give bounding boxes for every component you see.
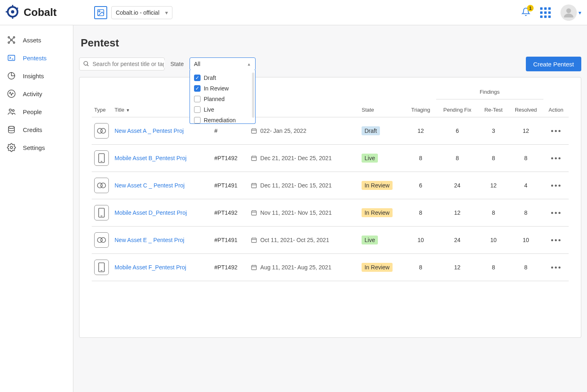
- toolbar: State All ▲ Draft In Review: [79, 57, 581, 71]
- resolved-count: 8: [508, 145, 543, 172]
- triaging-count: 12: [405, 117, 436, 145]
- sidebar-item-label: Pentests: [23, 55, 46, 62]
- pentest-id: #PT1492: [212, 199, 248, 227]
- mobile-icon: [94, 205, 109, 220]
- svg-rect-28: [252, 129, 256, 133]
- svg-point-39: [101, 183, 106, 188]
- resolved-count: 12: [508, 117, 543, 145]
- col-findings-group: Findings: [436, 81, 543, 99]
- pentest-id: #PT1492: [212, 145, 248, 172]
- state-dropdown: Draft In Review Planned Live: [190, 70, 256, 124]
- sidebar-item-insights[interactable]: Insights: [0, 67, 73, 85]
- search-input[interactable]: [79, 57, 165, 70]
- table-row: New Asset E _ Pentest Proj #PT1491 Oct 1…: [92, 227, 569, 254]
- col-state: State: [359, 81, 405, 117]
- sidebar-item-assets[interactable]: Assets: [0, 31, 73, 49]
- svg-point-19: [8, 90, 15, 97]
- state-option-live[interactable]: Live: [190, 104, 255, 115]
- retest-count: 12: [479, 172, 508, 199]
- org-select[interactable]: Cobalt.io - official ▾: [111, 6, 172, 19]
- state-option-draft[interactable]: Draft: [190, 73, 255, 83]
- web-icon: [94, 123, 109, 139]
- resolved-count: 8: [508, 254, 543, 281]
- sidebar-item-settings[interactable]: Settings: [0, 139, 73, 156]
- apps-grid-icon[interactable]: [540, 7, 551, 18]
- nodes-icon: [7, 35, 16, 45]
- svg-point-7: [99, 11, 100, 12]
- svg-line-25: [87, 65, 88, 66]
- svg-line-16: [9, 41, 11, 42]
- notifications-button[interactable]: 1: [521, 7, 530, 18]
- user-menu[interactable]: ▾: [561, 4, 581, 21]
- sidebar-item-label: People: [23, 108, 42, 115]
- chevron-down-icon: ▾: [578, 9, 581, 16]
- col-retest: Re-Test: [479, 99, 508, 117]
- brand-name: Cobalt: [24, 6, 57, 19]
- web-icon: [94, 232, 109, 248]
- state-badge: In Review: [362, 181, 392, 190]
- row-actions-button[interactable]: [546, 212, 566, 214]
- search-field[interactable]: [92, 60, 165, 68]
- row-actions-button[interactable]: [546, 185, 566, 187]
- pentest-date-range: Oct 11, 2021- Oct 25, 2021: [251, 237, 357, 243]
- row-actions-button[interactable]: [546, 130, 566, 132]
- state-option-planned[interactable]: Planned: [190, 94, 255, 104]
- pentest-date-range: Nov 11, 2021- Nov 15, 2021: [251, 209, 357, 216]
- svg-point-8: [566, 8, 571, 13]
- sidebar-item-label: Activity: [23, 90, 42, 97]
- sidebar-item-label: Insights: [23, 73, 44, 79]
- brand: Cobalt: [6, 5, 57, 20]
- org-picker: Cobalt.io - official ▾: [94, 6, 172, 19]
- row-actions-button[interactable]: [546, 266, 566, 269]
- pentest-id: #PT1492: [212, 254, 248, 281]
- triaging-count: 8: [405, 199, 436, 227]
- org-select-value: Cobalt.io - official: [116, 9, 159, 16]
- svg-rect-46: [252, 211, 256, 215]
- svg-point-27: [101, 128, 106, 133]
- option-label: Live: [204, 106, 214, 113]
- coins-icon: [7, 125, 16, 134]
- create-pentest-button[interactable]: Create Pentest: [526, 57, 581, 71]
- sidebar-item-label: Credits: [23, 126, 42, 133]
- pentest-title-link[interactable]: New Asset A _ Pentest Proj: [115, 128, 184, 134]
- pentest-title-link[interactable]: Mobile Asset D_Pentest Proj: [115, 209, 187, 216]
- svg-rect-52: [252, 238, 256, 242]
- table-row: Mobile Asset D_Pentest Proj #PT1492 Nov …: [92, 199, 569, 227]
- option-label: In Review: [204, 85, 229, 92]
- sidebar-item-pentests[interactable]: Pentests: [0, 49, 73, 67]
- svg-point-21: [12, 110, 14, 112]
- pentest-title-link[interactable]: New Asset C _ Pentest Proj: [115, 182, 185, 189]
- main: Pentest State All ▲ Draft: [73, 25, 587, 392]
- row-actions-button[interactable]: [546, 157, 566, 159]
- col-resolved: Resolved: [508, 99, 543, 117]
- row-actions-button[interactable]: [546, 239, 566, 241]
- pentest-title-link[interactable]: Mobile Asset F_Pentest Proj: [115, 264, 186, 271]
- pending-fix-count: 24: [436, 227, 479, 254]
- svg-point-20: [9, 109, 12, 112]
- sidebar-item-people[interactable]: People: [0, 103, 73, 121]
- svg-rect-34: [252, 156, 256, 161]
- pentest-id: #PT1491: [212, 172, 248, 199]
- sidebar-item-activity[interactable]: Activity: [0, 85, 73, 103]
- pentest-id: #PT1491: [212, 227, 248, 254]
- svg-point-12: [13, 42, 15, 44]
- resolved-count: 10: [508, 227, 543, 254]
- state-option-remediation[interactable]: Remediation: [190, 115, 255, 124]
- people-icon: [7, 107, 16, 117]
- chevron-up-icon: ▲: [247, 62, 251, 66]
- state-select[interactable]: All ▲: [190, 57, 256, 70]
- pentest-date-range: 022- Jan 25, 2022: [251, 128, 357, 134]
- page-title: Pentest: [81, 37, 581, 49]
- option-label: Remediation: [204, 117, 236, 123]
- state-option-in-review[interactable]: In Review: [190, 83, 255, 94]
- svg-point-23: [10, 146, 13, 149]
- pentest-title-link[interactable]: Mobile Asset B_Pentest Proj: [115, 155, 187, 161]
- retest-count: 8: [479, 199, 508, 227]
- avatar-icon: [561, 4, 577, 21]
- svg-line-15: [12, 38, 13, 39]
- pentest-title-link[interactable]: New Asset E _ Pentest Proj: [115, 237, 184, 243]
- table-row: Mobile Asset F_Pentest Proj #PT1492 Aug …: [92, 254, 569, 281]
- sidebar-item-credits[interactable]: Credits: [0, 121, 73, 139]
- svg-point-22: [9, 126, 15, 129]
- triaging-count: 10: [405, 227, 436, 254]
